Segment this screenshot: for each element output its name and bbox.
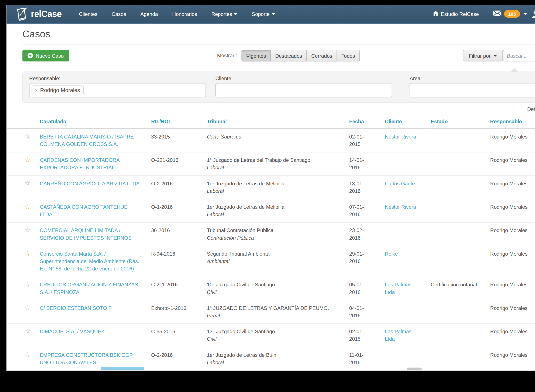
studio-home-link[interactable]: Estudio RelCase	[433, 11, 479, 17]
case-caratulado-link[interactable]: C/ SERGIO ESTEBAN SOTO F	[40, 305, 111, 311]
area-input[interactable]	[410, 83, 535, 97]
favorite-star-icon[interactable]: ☆	[24, 351, 31, 359]
case-estado	[426, 199, 485, 222]
case-estado	[426, 176, 485, 199]
col-header-tribunal[interactable]: Tribunal	[202, 113, 344, 129]
tribunal-name: 1° JUZGADO DE LETRAS Y GARANTÍA DE PEUMO…	[207, 304, 339, 312]
case-cliente-link[interactable]: Las Palmas Ltda	[385, 282, 412, 295]
case-cliente-link[interactable]: Nestor Rivera	[385, 134, 416, 139]
cliente-input[interactable]	[215, 83, 392, 97]
favorite-star-icon[interactable]: ☆	[24, 132, 31, 140]
favorite-star-icon[interactable]: ☆	[24, 203, 31, 210]
table-header-row: Caratulado RIT/ROL Tribunal Fecha Client…	[6, 113, 535, 129]
col-header-caratulado[interactable]: Caratulado	[35, 113, 146, 129]
plus-icon: +	[28, 53, 33, 59]
case-responsable: Rodrigo Morales	[485, 246, 535, 277]
chevron-down-icon	[272, 13, 275, 15]
case-responsable: Rodrigo Morales	[485, 152, 535, 176]
tribunal-area: Contratación Pública	[207, 234, 339, 242]
tribunal-area: Civil	[207, 289, 339, 296]
table-row[interactable]: ☆ EMPRESA CONSTRUCTORA BSK OGP UNO LTDA …	[6, 347, 535, 370]
case-estado: Certificación notarial	[426, 277, 485, 300]
table-meta-row: Des	[6, 103, 535, 113]
table-row[interactable]: ☆ CREDITOS ORGANIZACION Y FINANZAS S.A. …	[6, 277, 535, 300]
case-tribunal: Corte Suprema	[202, 129, 344, 152]
case-rit: C-55-2015	[146, 324, 202, 347]
favorite-star-icon[interactable]: ☆	[24, 280, 31, 288]
case-caratulado-link[interactable]: CASTAÑEDA CON AGRO TANTEHUE LTDA.	[40, 204, 127, 217]
case-rit: O-1-2016	[146, 199, 202, 222]
case-estado	[426, 324, 485, 347]
col-header-cliente[interactable]: Cliente	[380, 113, 426, 129]
table-row[interactable]: ☆ Consorcio Santa Marta S.A. / Superinte…	[6, 246, 535, 277]
nav-item-casos[interactable]: Casos	[104, 5, 133, 23]
col-header-responsable[interactable]: Responsable	[485, 113, 535, 129]
case-caratulado-link[interactable]: CARREÑO CON AGRICOLA ARIZTIA LTDA.	[40, 181, 141, 186]
messages-dropdown[interactable]: 185	[493, 10, 527, 18]
tribunal-name: Segundo Tribunal Ambiental	[207, 250, 339, 257]
case-rit: Exhorto-1-2016	[146, 300, 202, 323]
table-row[interactable]: ☆ CARREÑO CON AGRICOLA ARIZTIA LTDA. O-2…	[6, 176, 535, 199]
download-link[interactable]: Des	[527, 106, 535, 112]
clipped-row-text-fragment	[407, 368, 421, 370]
case-caratulado-link[interactable]: Consorcio Santa Marta S.A. / Superintend…	[40, 251, 139, 271]
nav-item-honorarios[interactable]: Honorarios	[165, 5, 204, 23]
brand-name: relCase	[31, 9, 62, 19]
responsable-input[interactable]: × Rodrigo Morales	[29, 83, 206, 97]
favorite-star-icon[interactable]: ☆	[24, 179, 31, 187]
case-caratulado-link[interactable]: CREDITOS ORGANIZACION Y FINANZAS S.A. / …	[40, 282, 138, 295]
filter-field-cliente: Cliente:	[215, 75, 392, 97]
tab-vigentes[interactable]: Vigentes	[241, 50, 271, 61]
responsable-tag: × Rodrigo Morales	[32, 85, 83, 95]
nav-item-reportes[interactable]: Reportes	[204, 5, 245, 23]
table-row[interactable]: ☆ CASTAÑEDA CON AGRO TANTEHUE LTDA. O-1-…	[6, 199, 535, 222]
favorite-star-icon[interactable]: ☆	[24, 249, 31, 257]
tribunal-name: 1er Juzgado de Letras de Buin	[207, 351, 339, 359]
case-cliente-link[interactable]: Carlos Gaete	[385, 181, 415, 186]
favorite-star-icon[interactable]: ☆	[24, 327, 31, 335]
table-row[interactable]: ☆ DIMACOFI S.A. / VÁSQUEZ C-55-2015 13° …	[6, 324, 535, 347]
tab-todos[interactable]: Todos	[337, 50, 360, 61]
user-icon[interactable]	[532, 10, 535, 18]
tribunal-name: 1er Juzgado de Letras de Melipilla	[207, 180, 339, 187]
tab-destacados[interactable]: Destacados	[270, 50, 307, 61]
new-case-button[interactable]: + Nuevo Caso	[23, 50, 69, 61]
case-tribunal: 1° Juzgado de Letras del Trabajo de Sant…	[202, 152, 344, 176]
case-caratulado-link[interactable]: BERETTA CATALINA MARISIO / ISAPRE COLMEN…	[40, 134, 134, 147]
case-cliente-link[interactable]: Las Palmas Ltda	[385, 329, 412, 342]
nav-item-soporte[interactable]: Soporte	[245, 5, 282, 23]
nav-item-clientes[interactable]: Clientes	[72, 5, 104, 23]
case-caratulado-link[interactable]: DIMACOFI S.A. / VÁSQUEZ	[40, 329, 104, 334]
favorite-star-icon[interactable]: ☆	[24, 304, 31, 312]
col-header-rit[interactable]: RIT/ROL	[146, 113, 202, 129]
nav-item-agenda[interactable]: Agenda	[133, 5, 165, 23]
favorite-star-icon[interactable]: ☆	[24, 156, 31, 163]
case-caratulado-link[interactable]: CARDENAS CON IMPORTADORA EXPORTADORA E I…	[40, 157, 119, 170]
favorite-star-icon[interactable]: ☆	[24, 226, 31, 234]
case-caratulado-link[interactable]: EMPRESA CONSTRUCTORA BSK OGP UNO LTDA CO…	[40, 352, 133, 365]
case-rit: C-211-2016	[146, 277, 202, 300]
table-row[interactable]: ☆ COMERCIAL ARQLINE LIMITADA / SERVICIO …	[6, 223, 535, 246]
case-cliente-link[interactable]: Nestor Rivera	[385, 204, 416, 210]
table-row[interactable]: ☆ CARDENAS CON IMPORTADORA EXPORTADORA E…	[6, 152, 535, 176]
case-estado	[426, 347, 485, 370]
table-row[interactable]: ☆ C/ SERGIO ESTEBAN SOTO F Exhorto-1-201…	[6, 300, 535, 323]
search-input[interactable]	[503, 50, 535, 61]
remove-tag-icon[interactable]: ×	[35, 88, 38, 93]
case-tribunal: 1er Juzgado de Letras de Melipilla Labor…	[202, 199, 344, 222]
case-fecha: 23-02- 2016	[344, 223, 380, 246]
show-tabs-group: Vigentes Destacados Cerrados Todos	[241, 50, 360, 61]
case-estado	[426, 152, 485, 176]
case-tribunal: 1er Juzgado de Letras de Melipilla Labor…	[202, 176, 344, 199]
case-caratulado-link[interactable]: COMERCIAL ARQLINE LIMITADA / SERVICIO DE…	[40, 227, 132, 241]
case-estado	[426, 223, 485, 246]
brand-logo[interactable]: relCase	[15, 6, 62, 21]
col-header-fecha[interactable]: Fecha	[344, 113, 380, 129]
filter-by-button[interactable]: Filtrar por	[463, 50, 503, 61]
tab-cerrados[interactable]: Cerrados	[307, 50, 337, 61]
page-title: Casos	[23, 28, 535, 40]
col-header-estado[interactable]: Estado	[426, 113, 485, 129]
filter-panel: Responsable: × Rodrigo Morales Cliente: …	[23, 72, 535, 103]
table-row[interactable]: ☆ BERETTA CATALINA MARISIO / ISAPRE COLM…	[6, 129, 535, 152]
case-cliente-link[interactable]: Relke	[385, 251, 398, 257]
